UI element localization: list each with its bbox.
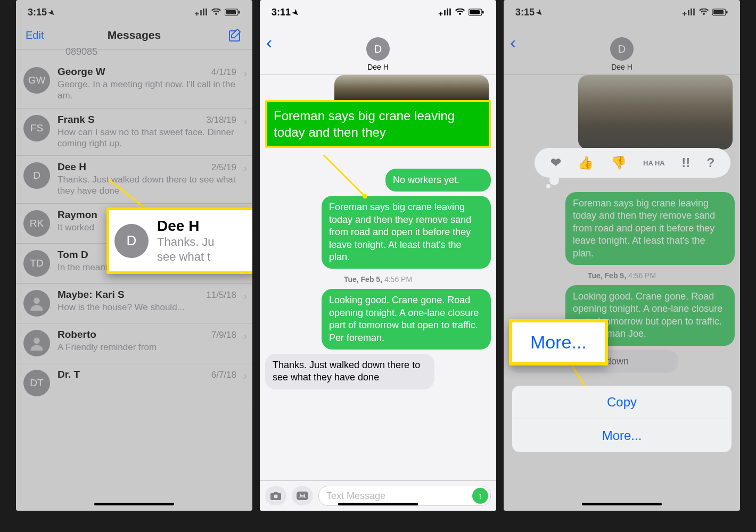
callout-dee-h: D Dee H Thanks. Ju see what t: [106, 207, 252, 274]
camera-button[interactable]: [265, 486, 286, 505]
avatar: D: [114, 224, 149, 258]
cell-signal-icon: ₊ıll: [438, 6, 451, 18]
highlight-banner: Foreman says big crane leaving today and…: [265, 100, 491, 148]
page-title: Messages: [16, 29, 252, 41]
avatar: TD: [23, 250, 50, 277]
avatar: FS: [23, 115, 50, 142]
list-item[interactable]: Roberto7/9/18A Friendly reminder from ›: [16, 323, 252, 363]
chevron-right-icon: ›: [243, 290, 247, 302]
chevron-right-icon: ›: [243, 370, 247, 382]
tapback-thumbs-down[interactable]: 👎: [611, 155, 627, 170]
nav-bar: Edit Messages: [16, 21, 252, 49]
contact-name[interactable]: Dee H: [367, 63, 389, 71]
list-item[interactable]: GW George W4/1/19George. In a meeting ri…: [16, 61, 252, 109]
tapback-tail: [549, 176, 559, 185]
avatar: DT: [23, 370, 50, 396]
screen-context-menu: 3:15➤ ₊ıll ‹ D Dee H Foreman says big cr…: [504, 0, 740, 511]
svg-rect-8: [482, 11, 484, 14]
avatar: D: [23, 162, 50, 189]
chevron-right-icon: ›: [243, 67, 247, 79]
svg-rect-2: [239, 11, 240, 14]
message-photo[interactable]: [578, 75, 733, 149]
battery-icon: [225, 9, 241, 16]
status-time: 3:15: [515, 7, 535, 18]
contact-name[interactable]: Dee H: [611, 63, 632, 71]
location-icon: ➤: [291, 7, 301, 18]
list-item[interactable]: DT Dr. T6/7/18 ›: [16, 363, 252, 403]
cell-signal-icon: ₊ıll: [194, 6, 208, 18]
screen-conversation: 3:11➤ ₊ıll ‹ D Dee H No workers yet. For…: [260, 0, 496, 511]
message-sent[interactable]: No workers yet.: [385, 169, 491, 192]
wifi-icon: [699, 9, 709, 16]
status-time: 3:15: [28, 7, 47, 18]
battery-icon: [712, 9, 728, 16]
back-button[interactable]: ‹: [510, 32, 516, 53]
tapback-question[interactable]: ?: [707, 155, 715, 170]
action-sheet: Copy More...: [512, 386, 732, 452]
svg-rect-12: [726, 11, 728, 14]
avatar: GW: [23, 67, 50, 94]
svg-point-9: [274, 495, 278, 498]
avatar: RK: [23, 210, 50, 237]
location-icon: ➤: [535, 7, 545, 18]
home-indicator[interactable]: [582, 503, 662, 505]
avatar: [23, 330, 50, 356]
message-sent[interactable]: Foreman says big crane leaving today and…: [322, 196, 491, 269]
status-bar: 3:11➤ ₊ıll: [260, 0, 496, 21]
send-button[interactable]: ↑: [472, 488, 488, 504]
message-sent[interactable]: Foreman says big crane leaving today and…: [565, 192, 735, 265]
tapback-heart[interactable]: ❤: [550, 155, 561, 170]
back-button[interactable]: ‹: [266, 32, 272, 53]
menu-copy[interactable]: Copy: [512, 386, 732, 419]
list-item[interactable]: FS Frank S3/18/19How can I saw no to tha…: [16, 109, 252, 156]
message-input-bar: Text Message ↑: [260, 480, 496, 511]
timestamp: Tue, Feb 5, 4:56 PM: [265, 275, 491, 284]
avatar[interactable]: D: [366, 37, 390, 61]
message-sent[interactable]: Looking good. Crane gone. Road opening t…: [322, 289, 491, 350]
tapback-bar: ❤ 👍 👎 HA HA !! ?: [535, 148, 730, 178]
timestamp: Tue, Feb 5, 4:56 PM: [509, 271, 735, 280]
edit-button[interactable]: Edit: [26, 29, 44, 41]
home-indicator[interactable]: [94, 503, 174, 505]
svg-rect-7: [470, 10, 480, 14]
status-time: 3:11: [272, 7, 291, 18]
svg-rect-11: [713, 10, 724, 14]
chevron-right-icon: ›: [243, 162, 247, 174]
message-received[interactable]: Thanks. Just walked down there to see wh…: [265, 354, 434, 389]
avatar: [23, 290, 50, 317]
list-item[interactable]: D Dee H2/5/19Thanks. Just walked down th…: [16, 156, 252, 204]
wifi-icon: [211, 9, 221, 16]
apps-button[interactable]: [292, 486, 313, 505]
avatar[interactable]: D: [610, 37, 634, 61]
battery-icon: [469, 9, 484, 16]
chat-header: ‹ D Dee H: [260, 21, 496, 75]
location-icon: ➤: [47, 7, 57, 18]
screen-messages-list: 3:15➤ ₊ıll Edit Messages 089085 GW: [16, 0, 252, 511]
svg-rect-1: [226, 10, 236, 14]
cell-signal-icon: ₊ıll: [682, 6, 695, 18]
wifi-icon: [455, 9, 465, 16]
compose-button[interactable]: [228, 28, 243, 43]
svg-point-4: [34, 297, 40, 304]
chat-header: ‹ D Dee H: [504, 21, 740, 75]
status-bar: 3:15➤ ₊ıll: [504, 0, 740, 21]
home-indicator[interactable]: [338, 503, 418, 505]
status-bar: 3:15➤ ₊ıll: [16, 0, 252, 21]
tapback-thumbs-up[interactable]: 👍: [578, 155, 594, 170]
menu-more[interactable]: More...: [512, 419, 732, 452]
svg-point-5: [34, 337, 40, 344]
placeholder: Text Message: [326, 491, 385, 502]
chevron-right-icon: ›: [243, 115, 247, 127]
chevron-right-icon: ›: [243, 330, 247, 342]
partial-row-text: 089085: [16, 46, 252, 57]
tapback-haha[interactable]: HA HA: [643, 160, 665, 167]
tapback-exclaim[interactable]: !!: [681, 155, 690, 170]
list-item[interactable]: Maybe: Kari S11/5/18How is the house? We…: [16, 284, 252, 323]
callout-more: More...: [509, 319, 608, 365]
tapback-tail: [546, 184, 550, 188]
